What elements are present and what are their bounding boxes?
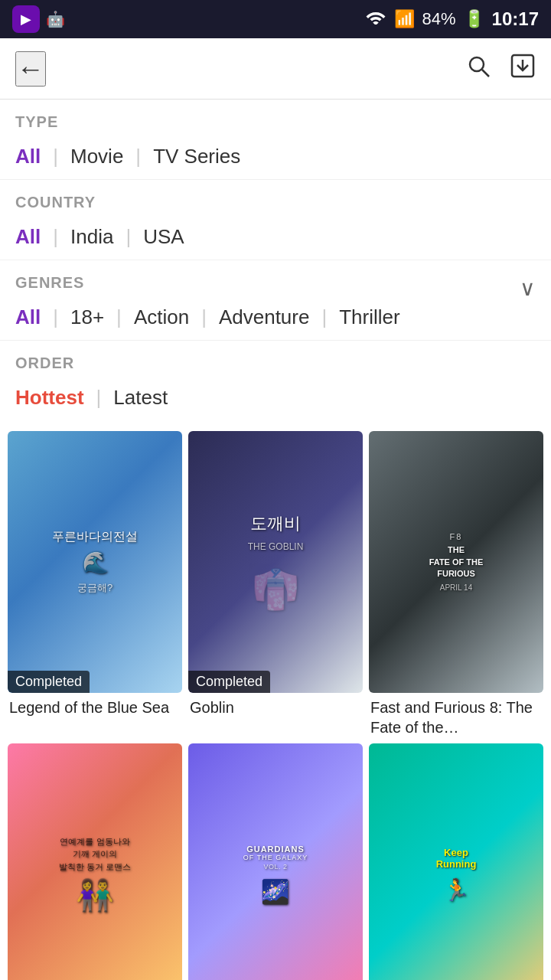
genres-label: GENRES [15, 274, 84, 292]
country-filter-row: All | India | USA [15, 222, 536, 252]
order-latest[interactable]: Latest [113, 383, 168, 413]
svg-line-1 [482, 70, 489, 77]
movie-poster-5: GUARDIANS OF THE GALAXY VOL. 2 🌌 [188, 743, 363, 980]
genres-header: GENRES ∨ [15, 274, 536, 302]
movie-card-5[interactable]: GUARDIANS OF THE GALAXY VOL. 2 🌌 [188, 743, 363, 980]
country-label: COUNTRY [15, 194, 536, 211]
type-all[interactable]: All [15, 142, 41, 172]
status-left: ▶ 🤖 [12, 5, 65, 33]
back-button[interactable]: ← [15, 51, 46, 87]
movie-card-1[interactable]: 푸른바다의전설 🌊 궁금해? Completed Legend of the B… [8, 431, 182, 737]
genres-filter-row: All | 18+ | Action | Adventure | Thrille… [15, 302, 536, 332]
type-filter-section: TYPE All | Movie | TV Series [0, 100, 551, 180]
completed-badge-2: Completed [188, 671, 270, 693]
download-icon[interactable] [510, 53, 536, 84]
movie-poster-4: 연예계를 엄동나와기깨 게이의발칙한 동거 로맨스 👫 [8, 743, 182, 980]
type-label: TYPE [15, 113, 536, 131]
battery-icon: 🔋 [464, 9, 484, 29]
app-icon: ▶ [12, 5, 40, 33]
country-filter-section: COUNTRY All | India | USA [0, 180, 551, 260]
country-all[interactable]: All [15, 222, 41, 252]
movie-card-4[interactable]: 연예계를 엄동나와기깨 게이의발칙한 동거 로맨스 👫 [8, 743, 182, 980]
order-label: ORDER [15, 354, 536, 372]
genre-adventure[interactable]: Adventure [219, 302, 310, 332]
country-india[interactable]: India [70, 222, 113, 252]
svg-point-0 [470, 57, 484, 71]
movie-card-3[interactable]: F8 THEFATE OF THEFURIOUS APRIL 14 Fast a… [369, 431, 543, 737]
type-movie[interactable]: Movie [70, 142, 123, 172]
type-filter-row: All | Movie | TV Series [15, 142, 536, 172]
type-tvseries[interactable]: TV Series [153, 142, 240, 172]
genre-all[interactable]: All [15, 302, 41, 332]
movie-title-3: Fast and Furious 8: The Fate of the… [369, 697, 543, 737]
search-icon[interactable] [465, 53, 491, 84]
movie-card-2[interactable]: 도깨비 THE GOBLIN 👘 Completed Goblin [188, 431, 363, 737]
order-hottest[interactable]: Hottest [15, 383, 84, 413]
genres-filter-section: GENRES ∨ All | 18+ | Action | Adventure … [0, 260, 551, 341]
battery-text: 84% [422, 9, 456, 29]
genre-action[interactable]: Action [134, 302, 189, 332]
completed-badge-1: Completed [8, 671, 90, 693]
movie-poster-2: 도깨비 THE GOBLIN 👘 Completed [188, 431, 363, 693]
movie-card-6[interactable]: KeepRunning 🏃 [369, 743, 543, 980]
movie-title-2: Goblin [188, 697, 363, 717]
genre-18plus[interactable]: 18+ [70, 302, 104, 332]
wifi-icon [365, 9, 386, 29]
order-filter-section: ORDER Hottest | Latest [0, 341, 551, 423]
order-filter-row: Hottest | Latest [15, 383, 536, 413]
time-display: 10:17 [492, 8, 539, 30]
chevron-down-icon[interactable]: ∨ [520, 276, 536, 301]
genre-thriller[interactable]: Thriller [339, 302, 399, 332]
country-usa[interactable]: USA [143, 222, 184, 252]
android-icon: 🤖 [46, 10, 65, 28]
movie-poster-6: KeepRunning 🏃 [369, 743, 543, 980]
movie-poster-1: 푸른바다의전설 🌊 궁금해? Completed [8, 431, 182, 693]
movie-poster-3: F8 THEFATE OF THEFURIOUS APRIL 14 [369, 431, 543, 693]
movie-grid: 푸른바다의전설 🌊 궁금해? Completed Legend of the B… [0, 423, 551, 980]
top-icons [465, 53, 536, 84]
status-right: 📶 84% 🔋 10:17 [365, 8, 539, 30]
top-bar: ← [0, 38, 551, 100]
status-bar: ▶ 🤖 📶 84% 🔋 10:17 [0, 0, 551, 38]
movie-title-1: Legend of the Blue Sea [8, 697, 182, 717]
sim-icon: 📶 [394, 9, 415, 29]
